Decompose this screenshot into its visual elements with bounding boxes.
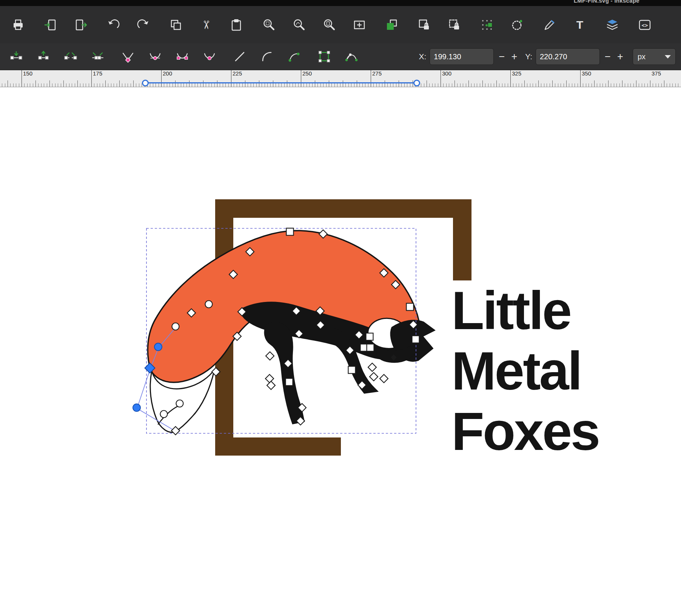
logo-line[interactable]: Foxes — [451, 401, 599, 462]
ruler-label: 350 — [582, 70, 591, 77]
join-path-icon — [91, 50, 105, 63]
x-coordinate-input[interactable] — [430, 48, 494, 65]
path-node-diamond[interactable] — [380, 374, 388, 383]
paste-icon — [230, 18, 243, 32]
show-handles-icon — [345, 50, 358, 63]
cut-button[interactable]: ✂ — [196, 14, 217, 35]
join-path-button[interactable] — [89, 48, 106, 65]
main-toolbar: ✂ — [0, 6, 681, 44]
fill-color-button[interactable] — [381, 14, 402, 35]
show-handles-button[interactable] — [343, 48, 360, 65]
delete-node-icon — [37, 50, 50, 63]
clone-lock-icon — [448, 18, 461, 32]
object-lock-button[interactable] — [414, 14, 435, 35]
path-node-square[interactable] — [348, 367, 356, 374]
x-decrement-button[interactable]: − — [497, 51, 506, 63]
zoom-drawing-button[interactable] — [288, 14, 310, 35]
text-tool-icon: T — [576, 19, 583, 31]
node-auto-button[interactable] — [201, 48, 218, 65]
pencil-icon — [543, 18, 556, 32]
snap-nodes-button[interactable] — [476, 14, 498, 35]
y-decrement-button[interactable]: − — [603, 51, 612, 63]
ruler-selection-end-handle[interactable] — [413, 80, 420, 86]
path-node-circle[interactable] — [176, 400, 183, 407]
node-corner-icon — [121, 50, 135, 63]
zoom-page-button[interactable] — [319, 14, 340, 35]
path-node-diamond[interactable] — [368, 363, 376, 371]
zoom-page-icon — [322, 18, 336, 32]
logo-text[interactable]: LittleMetalFoxes — [451, 280, 599, 462]
svg-text:<>: <> — [642, 22, 648, 28]
path-node-square[interactable] — [407, 303, 414, 311]
logo-line[interactable]: Metal — [451, 341, 599, 401]
object-corners-button[interactable] — [316, 48, 333, 65]
segment-handles-button[interactable] — [285, 48, 303, 65]
zoom-fit-icon — [353, 18, 366, 32]
object-corners-icon — [317, 50, 331, 63]
insert-node-button[interactable] — [8, 48, 25, 65]
path-node-diamond[interactable] — [267, 381, 275, 390]
layers-icon — [606, 18, 619, 32]
zoom-fit-button[interactable] — [349, 14, 370, 35]
duplicate-button[interactable] — [165, 14, 186, 35]
path-node-square[interactable] — [366, 333, 373, 340]
selected-node-circle[interactable] — [154, 343, 162, 351]
ruler-label: 175 — [93, 70, 102, 77]
coordinates-group: X: − + Y: − + px — [419, 48, 676, 65]
break-path-button[interactable] — [62, 48, 79, 65]
segment-line-button[interactable] — [231, 48, 248, 65]
delete-node-button[interactable] — [35, 48, 52, 65]
ruler-label: 150 — [23, 70, 32, 77]
ruler-label: 250 — [302, 70, 312, 77]
x-increment-button[interactable]: + — [510, 51, 519, 63]
redo-button[interactable] — [133, 14, 154, 35]
node-smooth-button[interactable] — [146, 48, 164, 65]
export-button[interactable] — [70, 14, 91, 35]
selected-node-circle[interactable] — [133, 404, 140, 411]
zoom-selection-button[interactable] — [258, 14, 279, 35]
export-icon — [74, 18, 88, 32]
segment-handles-icon — [287, 50, 301, 63]
ruler-selection-start-handle[interactable] — [142, 80, 149, 86]
segment-curve-icon — [260, 50, 274, 63]
xml-editor-button[interactable]: <> — [634, 14, 655, 35]
layers-button[interactable] — [602, 14, 623, 35]
segment-curve-button[interactable] — [258, 48, 276, 65]
redo-icon — [137, 18, 150, 32]
path-node-circle[interactable] — [172, 323, 179, 330]
import-button[interactable] — [40, 14, 61, 35]
path-node-diamond[interactable] — [370, 373, 378, 381]
canvas[interactable]: LittleMetalFoxes — [0, 87, 681, 616]
path-node-square[interactable] — [286, 379, 293, 386]
print-button[interactable] — [8, 14, 29, 35]
path-node-circle[interactable] — [205, 301, 213, 308]
undo-button[interactable] — [103, 14, 124, 35]
insert-node-icon — [9, 50, 23, 63]
y-increment-button[interactable]: + — [616, 51, 625, 63]
segment-line-icon — [233, 50, 247, 63]
paste-button[interactable] — [226, 14, 247, 35]
node-symmetric-button[interactable] — [174, 48, 191, 65]
path-node-square[interactable] — [287, 228, 294, 236]
undo-icon — [106, 18, 120, 32]
duplicate-icon — [169, 18, 183, 32]
path-node-square[interactable] — [412, 336, 419, 343]
path-node-diamond[interactable] — [266, 352, 274, 360]
unit-select[interactable]: px — [633, 48, 676, 65]
cut-icon: ✂ — [200, 20, 212, 29]
path-node-circle[interactable] — [160, 411, 168, 418]
path-node-diamond[interactable] — [265, 374, 274, 383]
node-corner-button[interactable] — [119, 48, 137, 65]
snap-options-button[interactable] — [507, 14, 528, 35]
unit-value: px — [638, 52, 646, 61]
y-coordinate-input[interactable] — [536, 48, 600, 65]
pencil-button[interactable] — [539, 14, 560, 35]
clone-lock-button[interactable] — [444, 14, 465, 35]
path-node-square[interactable] — [367, 344, 374, 351]
ruler-label: 225 — [233, 70, 242, 77]
node-smooth-icon — [148, 50, 162, 63]
text-tool-button[interactable]: T — [569, 14, 590, 35]
logo-line[interactable]: Little — [451, 280, 599, 341]
ruler[interactable]: 150175200225250275300325350375 — [0, 70, 681, 87]
fox-artwork[interactable] — [148, 231, 435, 432]
